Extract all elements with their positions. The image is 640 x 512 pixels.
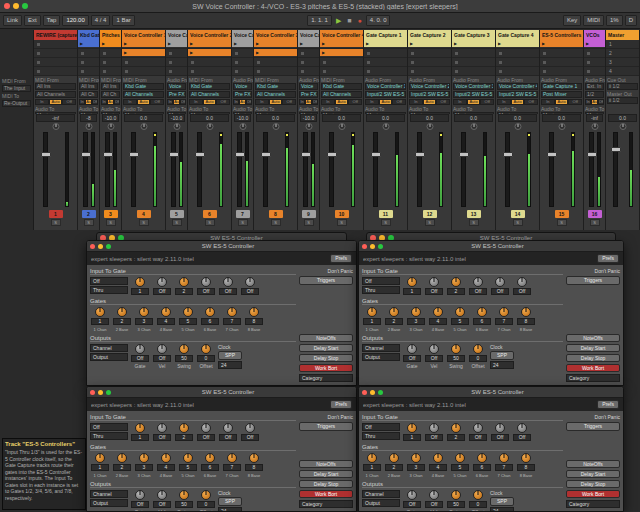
gate-knob[interactable] [411, 307, 421, 317]
gate-knob-value[interactable]: 1 [91, 464, 109, 471]
input-knob-value[interactable]: Off [425, 434, 443, 441]
category-select[interactable]: Category [299, 374, 353, 382]
clip-slot[interactable] [78, 58, 99, 67]
gate-knob-value[interactable]: 3 [135, 464, 153, 471]
track-title[interactable]: Voice Controller 2 [188, 30, 231, 40]
gate-knob-value[interactable]: 2 [385, 464, 403, 471]
clip[interactable]: ▶ [254, 40, 297, 47]
input-knob[interactable] [407, 277, 417, 287]
prefs-button[interactable]: Prefs [597, 254, 619, 263]
input-knob[interactable] [179, 423, 189, 433]
spp-button[interactable]: SPP [218, 497, 242, 506]
output-knob-value[interactable]: Off [153, 501, 171, 508]
pan-knob[interactable] [140, 123, 147, 130]
clip-slot[interactable] [232, 49, 253, 58]
output-knob-value[interactable]: 50 [447, 501, 465, 508]
pan-knob[interactable] [272, 123, 279, 130]
input-knob[interactable] [245, 277, 255, 287]
volume-fader[interactable] [301, 152, 311, 157]
output-knob[interactable] [451, 490, 461, 500]
triggers-button[interactable]: Triggers [299, 276, 353, 285]
plugin-titlebar[interactable]: SW ES-5 Controller [359, 241, 623, 252]
monitor-in-button[interactable]: In [123, 99, 137, 105]
track-title[interactable]: Gate Capture 4 [496, 30, 539, 40]
zoom-button[interactable] [378, 390, 383, 395]
clip-slot[interactable]: ▶ [298, 40, 319, 49]
output-select[interactable]: Output [90, 353, 128, 361]
channel-select[interactable]: Channel [362, 344, 400, 352]
clip[interactable]: ▶ [320, 49, 363, 56]
input-type-chooser[interactable]: Voice Controller 1 [365, 83, 406, 90]
input-knob[interactable] [223, 277, 233, 287]
output-select[interactable]: Output [90, 499, 128, 507]
clip[interactable]: ▶ [166, 40, 187, 47]
clip-slot[interactable] [34, 58, 77, 67]
channel-select[interactable]: Channel [362, 490, 400, 498]
track-activator[interactable]: 11 [379, 210, 393, 218]
gate-knob-value[interactable]: 5 [451, 464, 469, 471]
track-title[interactable]: REWIRE (capture) [34, 30, 77, 40]
noteoffs-button[interactable]: NoteOffs [299, 334, 353, 342]
solo-button[interactable]: S [238, 219, 248, 226]
gate-knob-value[interactable]: 6 [201, 464, 219, 471]
solo-button[interactable]: S [469, 219, 479, 226]
clip[interactable]: ▶ [584, 40, 605, 47]
track-activator[interactable]: 1 [49, 210, 63, 218]
triggers-button[interactable]: Triggers [566, 422, 620, 431]
clip-slot[interactable]: ▶ [496, 40, 539, 49]
input-knob[interactable] [451, 277, 461, 287]
gate-knob-value[interactable]: 1 [363, 464, 381, 471]
monitor-off-button[interactable]: Off [150, 99, 164, 105]
gate-knob[interactable] [95, 453, 105, 463]
volume-fader[interactable] [235, 152, 245, 157]
solo-button[interactable]: S [381, 219, 391, 226]
input-knob[interactable] [245, 423, 255, 433]
volume-value[interactable]: -inf [586, 114, 603, 122]
clock-divisor-field[interactable]: 24 [218, 361, 242, 369]
input-knob-value[interactable]: 2 [447, 288, 465, 295]
gate-knob[interactable] [227, 307, 237, 317]
scene-slot[interactable]: 2 [606, 49, 639, 58]
gate-knob[interactable] [161, 453, 171, 463]
clip-slot[interactable]: ▶ [320, 49, 363, 58]
clip[interactable]: ▶ [188, 40, 231, 47]
noteoffs-button[interactable]: NoteOffs [566, 334, 620, 342]
volume-fader[interactable] [459, 152, 469, 157]
gate-knob-value[interactable]: 2 [385, 318, 403, 325]
minimize-button[interactable] [370, 244, 375, 249]
ext-button[interactable]: Ext [24, 15, 41, 26]
prefs-button[interactable]: Prefs [330, 254, 352, 263]
gate-knob[interactable] [183, 307, 193, 317]
close-button[interactable] [90, 244, 95, 249]
clip-slot[interactable] [122, 58, 165, 67]
monitor-off-button[interactable]: Off [524, 99, 538, 105]
gate-knob[interactable] [433, 453, 443, 463]
volume-fader[interactable] [103, 152, 113, 157]
track-activator[interactable]: 4 [137, 210, 151, 218]
output-knob-value[interactable]: 50 [175, 355, 193, 362]
clip[interactable]: ▶ [78, 40, 99, 47]
monitor-off-button[interactable]: Off [392, 99, 406, 105]
track-title[interactable]: ES-5 Controllers [540, 30, 583, 40]
tempo-field[interactable]: 120.00 [62, 15, 88, 26]
output-knob[interactable] [157, 344, 167, 354]
pan-knob[interactable] [514, 123, 521, 130]
clip[interactable]: ▶ [408, 40, 451, 47]
gate-knob-value[interactable]: 6 [201, 318, 219, 325]
output-select[interactable]: Output [362, 353, 400, 361]
clip-slot[interactable]: ▶ [540, 40, 583, 49]
clip-slot[interactable] [166, 67, 187, 76]
solo-button[interactable]: S [84, 219, 94, 226]
clip-slot[interactable] [254, 58, 297, 67]
channel-select[interactable]: Channel [90, 490, 128, 498]
routing-chooser[interactable]: Re-Output [2, 100, 31, 107]
output-knob-value[interactable]: Off [425, 355, 443, 362]
record-button[interactable]: ● [356, 15, 364, 26]
track-title[interactable]: Voice Capture 2 [232, 30, 253, 40]
delay-start-button[interactable]: Delay Start [299, 470, 353, 478]
solo-button[interactable]: S [106, 219, 116, 226]
prefs-button[interactable]: Prefs [330, 400, 352, 409]
monitor-off-button[interactable]: Off [598, 99, 604, 105]
channel-select[interactable]: Channel [90, 344, 128, 352]
track-title[interactable]: Voice Controller 4 [320, 30, 363, 40]
